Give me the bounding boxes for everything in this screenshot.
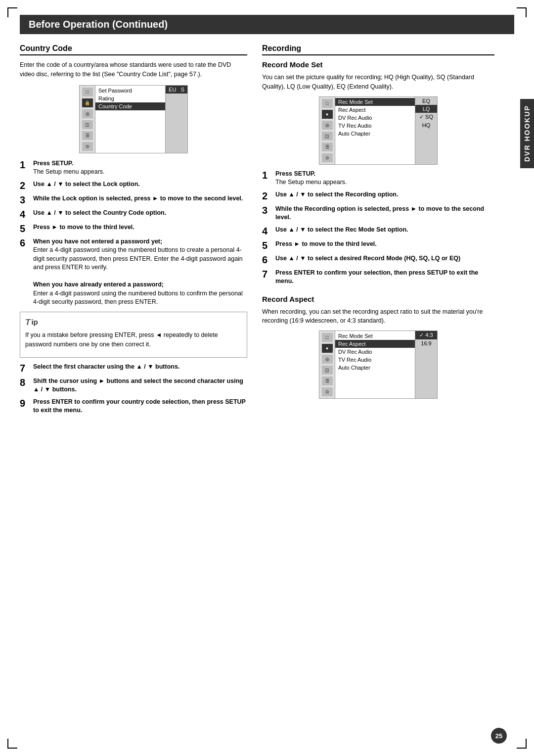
- ra-menu-row-dvrecaudio: DV Rec Audio: [335, 348, 415, 356]
- icon-lock: 🔒: [82, 98, 93, 107]
- country-code-option-col: EU S: [165, 86, 187, 153]
- step-content-6: When you have not entered a password yet…: [33, 237, 247, 307]
- dvr-hookup-label: DVR HOOKUP: [520, 99, 534, 168]
- icon-radio-r: ◎: [322, 121, 333, 130]
- menu-icons-right2: □ ● ◎ ◫ ☰ ⊙: [319, 331, 335, 398]
- corner-tl: [7, 7, 17, 17]
- header-banner: Before Operation (Continued): [20, 15, 514, 34]
- country-code-intro: Enter the code of a country/area whose s…: [20, 60, 247, 79]
- step-content-3: While the Lock option is selected, press…: [33, 194, 247, 203]
- rms-step-num-1: 1: [262, 170, 273, 181]
- record-aspect-menu-diagram: □ ● ◎ ◫ ☰ ⊙ Rec Mode Set Rec Aspect DV R…: [319, 331, 438, 399]
- step-7-right: 7 Press ENTER to confirm your selection,…: [262, 269, 494, 286]
- icon-record-ra: ⊙: [322, 387, 333, 396]
- step-9-bold: Press ENTER to confirm your country code…: [33, 398, 247, 415]
- icon-radio: ◎: [82, 109, 93, 118]
- rms-step-2-bold: Use ▲ / ▼ to select the Recording option…: [275, 190, 494, 199]
- rms-step-content-2: Use ▲ / ▼ to select the Recording option…: [275, 190, 494, 199]
- menu-icons-left: □ 🔒 ◎ ◫ ☰ ⊙: [80, 86, 95, 153]
- corner-bl: [7, 739, 17, 749]
- step-4-bold: Use ▲ / ▼ to select the Country Code opt…: [33, 209, 247, 218]
- menu-row-autochapter: Auto Chapter: [335, 130, 415, 138]
- ra-menu-row-tvrecaudio: TV Rec Audio: [335, 356, 415, 364]
- step-7-bold: Select the first character using the ▲ /…: [33, 363, 247, 372]
- left-column: Country Code Enter the code of a country…: [20, 44, 247, 419]
- country-code-title: Country Code: [20, 44, 247, 55]
- step-4-left: 4 Use ▲ / ▼ to select the Country Code o…: [20, 209, 247, 220]
- rms-step-num-2: 2: [262, 190, 273, 201]
- step-7-left: 7 Select the first character using the ▲…: [20, 363, 247, 374]
- rms-step-3-bold: While the Recording option is selected, …: [275, 205, 494, 222]
- step-3-left: 3 While the Lock option is selected, pre…: [20, 194, 247, 205]
- record-aspect-title: Record Aspect: [262, 295, 494, 303]
- step-num-9: 9: [20, 398, 31, 409]
- step-content-9: Press ENTER to confirm your country code…: [33, 398, 247, 415]
- step-1-left: 1 Press SETUP. The Setup menu appears.: [20, 159, 247, 177]
- step-content-7: Select the first character using the ▲ /…: [33, 363, 247, 372]
- step-content-4: Use ▲ / ▼ to select the Country Code opt…: [33, 209, 247, 218]
- step-content-1: Press SETUP. The Setup menu appears.: [33, 159, 247, 177]
- step-5-bold: Press ► to move to the third level.: [33, 223, 247, 232]
- icon-rec-ra: ●: [322, 344, 333, 353]
- step-num-3: 3: [20, 194, 31, 205]
- menu-row-recmodeset: Rec Mode Set: [335, 98, 415, 106]
- page-container: Before Operation (Continued) DVR HOOKUP …: [0, 0, 534, 756]
- step-num-5: 5: [20, 223, 31, 234]
- page-number: 25: [491, 728, 507, 744]
- rms-step-5-bold: Press ► to move to the third level.: [275, 240, 494, 249]
- record-aspect-menu-content: Rec Mode Set Rec Aspect DV Rec Audio TV …: [335, 331, 415, 398]
- rms-step-num-3: 3: [262, 205, 273, 216]
- icon-display-ra: ◫: [322, 366, 333, 375]
- record-aspect-intro: When recording, you can set the recordin…: [262, 307, 494, 326]
- step-2-left: 2 Use ▲ / ▼ to select the Lock option.: [20, 180, 247, 191]
- option-eq: EQ: [415, 97, 437, 105]
- step-3-bold: While the Lock option is selected, press…: [33, 194, 247, 203]
- rms-step-num-6: 6: [262, 254, 273, 265]
- step-5-right: 5 Press ► to move to the third level.: [262, 240, 494, 251]
- rms-step-content-4: Use ▲ / ▼ to select the Rec Mode Set opt…: [275, 226, 494, 235]
- icon-disc-r: □: [322, 99, 333, 108]
- option-hq: HQ: [415, 121, 437, 129]
- rms-step-num-5: 5: [262, 240, 273, 251]
- step-6b-text: Enter a 4-digit password using the numbe…: [33, 290, 243, 306]
- menu-row-rating: Rating: [95, 94, 165, 102]
- icon-disc-ra: □: [322, 333, 333, 342]
- step-num-7: 7: [20, 363, 31, 374]
- step-3-right: 3 While the Recording option is selected…: [262, 205, 494, 222]
- rms-step-7-bold: Press ENTER to confirm your selection, t…: [275, 269, 494, 286]
- tip-ip-label: ip: [31, 317, 38, 328]
- tip-title: T ip: [25, 316, 242, 329]
- ra-option-169: 16:9: [415, 339, 437, 347]
- menu-row-recaspect: Rec Aspect: [335, 106, 415, 114]
- step-1-right: 1 Press SETUP. The Setup menu appears.: [262, 170, 494, 187]
- step-content-8: Shift the cursor using ► buttons and sel…: [33, 377, 247, 394]
- step-1-bold: Press SETUP.: [33, 159, 247, 168]
- record-mode-set-title: Record Mode Set: [262, 60, 494, 69]
- two-column-layout: Country Code Enter the code of a country…: [20, 44, 514, 419]
- right-column: Recording Record Mode Set You can set th…: [262, 44, 514, 419]
- icon-list-r: ☰: [322, 142, 333, 151]
- tip-text: If you a mistake before pressing ENTER, …: [25, 331, 242, 349]
- icon-display: ◫: [82, 120, 93, 129]
- step-9-left: 9 Press ENTER to confirm your country co…: [20, 398, 247, 415]
- step-6-text: Enter a 4-digit password using the numbe…: [33, 246, 243, 271]
- rms-step-1-text: The Setup menu appears.: [275, 179, 347, 186]
- step-6-left: 6 When you have not entered a password y…: [20, 237, 247, 307]
- step-8-bold: Shift the cursor using ► buttons and sel…: [33, 377, 247, 394]
- country-code-option-value: EU S: [166, 86, 187, 94]
- step-1-text: The Setup menu appears.: [33, 168, 105, 175]
- menu-row-tvrecaudio: TV Rec Audio: [335, 122, 415, 130]
- rms-step-content-5: Press ► to move to the third level.: [275, 240, 494, 249]
- record-mode-menu-content: Rec Mode Set Rec Aspect DV Rec Audio TV …: [335, 97, 415, 164]
- step-2-right: 2 Use ▲ / ▼ to select the Recording opti…: [262, 190, 494, 201]
- rms-step-4-bold: Use ▲ / ▼ to select the Rec Mode Set opt…: [275, 226, 494, 235]
- rms-step-1-bold: Press SETUP.: [275, 170, 494, 179]
- rms-step-content-7: Press ENTER to confirm your selection, t…: [275, 269, 494, 286]
- step-num-6: 6: [20, 237, 31, 248]
- record-aspect-option-col: ✓ 4:3 16:9: [415, 331, 437, 398]
- step-num-4: 4: [20, 209, 31, 220]
- rms-step-content-6: Use ▲ / ▼ to select a desired Record Mod…: [275, 254, 494, 263]
- option-sq: ✓ SQ: [415, 113, 437, 121]
- icon-radio-ra: ◎: [322, 355, 333, 364]
- rms-step-num-4: 4: [262, 226, 273, 236]
